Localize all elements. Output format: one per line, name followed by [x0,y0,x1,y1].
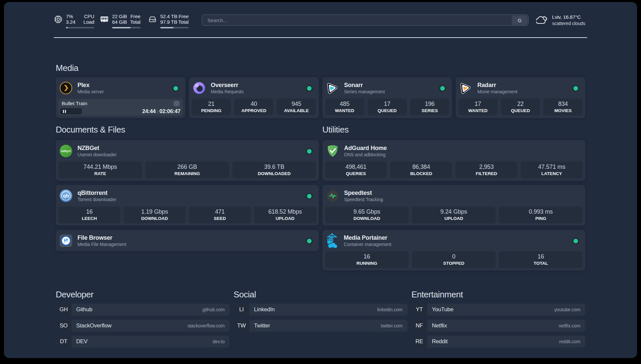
playback-duration: 02:06:47 [160,108,181,114]
stats-row: 9.65 GbpsDOWNLOAD 9.24 GbpsUPLOAD 0.993 … [325,206,583,223]
stat-value: 1.19 Gbps [141,208,168,215]
radarr-logo-icon [460,82,472,94]
bookmark-linkedin[interactable]: LI LinkedInlinkedin.com [233,304,407,316]
player-title-row: Bullet Train [58,100,183,107]
section-title-row: Documents & Files Utilities [56,125,585,135]
bookmark-abbr: SO [56,320,72,332]
bookmark-reddit[interactable]: RE Redditreddit.com [412,336,585,348]
stat-value: 17 [384,101,390,107]
memory-progress-fill [112,27,131,28]
weather-widget[interactable]: Lviv, 16.87°C scattered clouds [536,14,585,27]
search-input[interactable]: Search... G [202,15,529,26]
service-card-sonarr[interactable]: Sonarr Series management 485WANTED 17QUE… [322,77,452,118]
service-card-nzbget[interactable]: nzbget NZBGet Usenet downloader 744.21 M… [56,140,319,181]
service-title-block: AdGuard Home DNS and adblocking [344,144,387,158]
stat-block: 17WANTED [458,99,498,115]
bookmark-stackoverflow[interactable]: SO StackOverflowstackoverflow.com [56,320,229,332]
bookmark-netflix[interactable]: NF Netflixnetflix.com [412,320,585,332]
bookmark-github[interactable]: GH Githubgithub.com [56,304,229,316]
stat-value: 0 [452,253,455,260]
service-header: nzbget NZBGet Usenet downloader [58,144,316,158]
disk-total-value: 97.9 TB [160,19,177,25]
service-title-block: Plex Media server [77,81,104,95]
page-container: 7%CPU 3.24Load 22 GiBFree 64 GiBTotal [56,2,585,348]
bookmark-name: LinkedIn [254,306,275,313]
stat-label: DOWNLOAD [353,216,380,221]
stat-value: 2,953 [479,164,494,170]
bookmark-abbr: NF [412,320,427,332]
service-card-plex[interactable]: Plex Media server Bullet Train 24:44 / 0… [56,77,185,118]
stat-label: UPLOAD [276,216,294,221]
weather-condition: scattered clouds [552,20,585,27]
bookmark-dev[interactable]: DT DEVdev.to [56,336,229,348]
stat-label: PING [535,216,546,221]
service-header: AdGuard Home DNS and adblocking [325,144,583,158]
group-title-media: Media [56,63,585,73]
topbar: 7%CPU 3.24Load 22 GiBFree 64 GiBTotal [56,2,585,28]
service-card-overseerr[interactable]: Overseerr Media Requests 21PENDING 40APP… [189,77,319,118]
bookmark-name: Netflix [432,322,447,329]
service-description: Media File Management [77,242,126,247]
disk-icon [148,15,157,23]
search-provider-button[interactable]: G [512,15,528,25]
disk-free-value: 52.4 TB [160,14,177,19]
resource-line: 7%CPU [66,14,94,19]
service-card-speedtest[interactable]: Speedtest Speedtest Tracking 9.65 GbpsDO… [322,185,586,226]
service-card-qbittorrent[interactable]: qb qBittorrent Torrent downloader 16LEEC… [56,185,319,226]
bookmark-abbr: DT [56,336,72,348]
memory-total-value: 64 GiB [112,19,127,25]
status-online-dot [307,86,312,91]
service-header: File Browser Media File Management [58,234,316,247]
bookmark-youtube[interactable]: YT YouTubeyoutube.com [412,304,585,316]
scattered-clouds-icon [536,15,547,25]
stat-value: 86,384 [412,164,430,170]
service-name: NZBGet [77,144,117,152]
cpu-load-label: Load [83,19,94,25]
service-title-block: NZBGet Usenet downloader [77,144,117,158]
bookmark-twitter[interactable]: TW Twittertwitter.com [233,320,407,332]
service-name: Sonarr [344,81,385,89]
cpu-progress-fill [66,27,68,28]
portainer-logo-icon [326,232,339,249]
stat-label: RUNNING [356,261,377,266]
service-description: Media Requests [211,89,244,95]
stat-label: APPROVED [241,108,266,113]
cpu-usage-label: CPU [84,14,94,19]
service-description: Series management [344,89,385,95]
service-description: Usenet downloader [77,152,117,158]
plex-logo-icon [60,82,72,94]
pause-button[interactable] [60,108,82,114]
bookmark-name: StackOverflow [76,322,111,329]
stat-value: 471 [215,208,225,215]
stat-value: 9.24 Gbps [441,208,467,215]
playback-separator: / [157,109,158,114]
service-title-block: File Browser Media File Management [77,234,126,247]
dashboard-window: 7%CPU 3.24Load 22 GiBFree 64 GiBTotal [4,2,637,358]
memory-widget: 22 GiBFree 64 GiBTotal [100,14,140,28]
documents-group: nzbget NZBGet Usenet downloader 744.21 M… [56,140,319,251]
stat-value: 834 [558,101,568,107]
stat-label: DOWNLOADED [258,171,291,176]
service-name: Media Portainer [344,234,391,241]
service-card-filebrowser[interactable]: File Browser Media File Management [56,230,319,251]
filebrowser-logo-icon [60,234,72,247]
service-title-block: Speedtest Speedtest Tracking [344,189,383,202]
stat-block: 471SEED [189,206,251,223]
service-card-adguard[interactable]: AdGuard Home DNS and adblocking 498,461Q… [322,140,586,181]
memory-total-label: Total [130,19,140,25]
stat-block: 86,384BLOCKED [390,162,452,178]
stat-block: 0.993 msPING [499,206,583,223]
player-controls-row: 24:44 / 02:06:47 [58,107,183,115]
status-online-dot [307,149,312,154]
cpu-icon [54,15,62,23]
bookmark-url: linkedin.com [377,307,403,312]
disk-free-label: Free [179,14,189,19]
service-card-radarr[interactable]: Radarr Movie management 17WANTED 22QUEUE… [456,77,585,118]
service-description: Media server [77,89,104,95]
stat-value: 16 [537,253,544,260]
stat-label: MOVIES [554,108,572,113]
resource-text-block: 52.4 TBFree 97.9 TBTotal [160,14,189,28]
stat-block: 266 GBREMAINING [145,162,229,178]
bookmark-pill: Netflixnetflix.com [427,320,585,332]
service-card-portainer[interactable]: Media Portainer Container management 16R… [322,230,586,270]
